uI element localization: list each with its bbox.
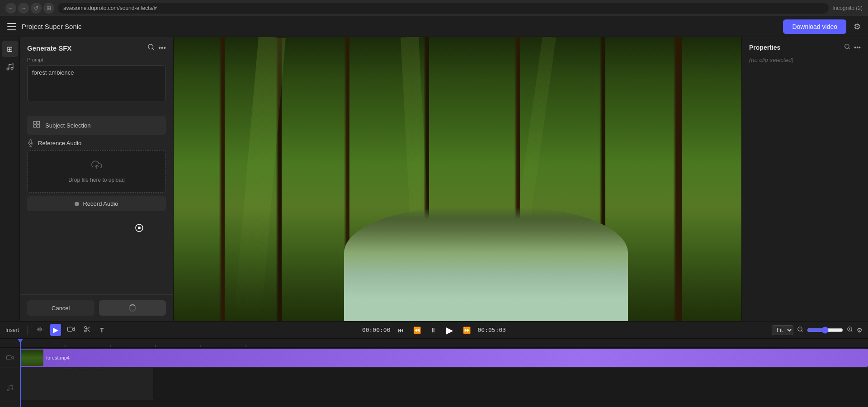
url-bar[interactable]: awesome.duproto.com/sound-effects/# [58,3,829,14]
properties-search-btn[interactable] [844,43,850,51]
frame-fwd-btn[interactable]: ⏩ [461,325,472,336]
sfx-more-button[interactable]: ••• [158,44,166,52]
svg-line-24 [88,330,90,331]
record-audio-label: Record Audio [83,200,118,207]
svg-rect-4 [33,121,36,124]
audio-track-body [20,368,868,407]
svg-line-3 [152,48,154,50]
text-btn[interactable]: T [97,325,107,336]
clip-name: forest.mp4 [44,355,70,360]
sidebar-layers-btn[interactable]: ⊞ [2,41,18,57]
sfx-panel-header: Generate SFX ••• [20,37,173,57]
properties-more-btn[interactable]: ••• [854,43,861,51]
svg-point-22 [85,330,86,332]
waveform-btn[interactable] [34,324,47,336]
audio-track-header [0,368,20,407]
reference-audio-label: Reference Audio [38,140,81,147]
timeline-settings-btn[interactable]: ⚙ [857,327,863,334]
browser-actions: Incognito (2) [832,5,863,11]
app-title: Project Super Sonic [22,23,82,30]
end-time: 00:05:03 [478,327,506,333]
drop-zone[interactable]: Drop file here to upload [27,150,166,193]
ruler-ticks [20,339,868,348]
svg-rect-39 [6,355,11,360]
play-btn[interactable]: ▶ [443,324,456,336]
svg-line-25 [86,328,87,329]
pause-btn[interactable]: ⏸ [428,325,438,336]
no-clip-selected: (no clip selected) [749,57,793,63]
sfx-panel-title: Generate SFX [27,44,71,52]
properties-panel: Properties ••• (no clip selected) [741,37,868,321]
frame-back-btn[interactable]: ⏪ [411,325,423,336]
zoom-in-btn[interactable] [847,326,853,334]
prompt-label: Prompt [27,57,166,62]
playhead-handle [18,339,23,343]
record-audio-button[interactable]: Record Audio [27,196,166,211]
timeline-tracks: forest.mp4 [0,339,868,407]
main-layout: ⊞ Generate SFX ••• Prompt fore [0,37,868,321]
reload-btn[interactable]: ↺ [31,3,42,14]
download-video-button[interactable]: Download video [783,19,846,34]
sfx-panel-footer: Cancel [20,294,173,321]
svg-rect-5 [37,121,40,124]
settings-button[interactable]: ⚙ [854,22,861,32]
svg-rect-6 [33,125,36,128]
timeline-toolbar-left: Insert ▶ [5,324,362,336]
reference-audio-header: Reference Audio [27,139,166,147]
svg-line-12 [849,48,850,49]
subject-selection-row[interactable]: Subject Selection [27,116,166,135]
subject-selection-label: Subject Selection [45,122,90,129]
forward-btn[interactable]: → [18,3,29,14]
svg-line-30 [851,331,853,332]
video-preview-area [174,37,741,321]
audio-track [0,368,868,407]
scissors-btn[interactable] [81,324,94,336]
sfx-header-actions: ••• [147,43,166,52]
spinner-icon [129,304,136,312]
nav-buttons: ← → ↺ ⊞ [5,3,54,14]
svg-point-0 [7,68,9,70]
audio-track-icon [6,384,14,392]
timeline-toolbar: Insert ▶ [0,322,868,339]
clip-thumbnail-inner [21,350,43,366]
play-toolbar-btn[interactable]: ▶ [50,324,61,336]
playhead [20,339,21,407]
microphone-icon [27,139,34,147]
app-bar: Project Super Sonic Download video ⚙ [0,16,868,37]
back-btn[interactable]: ← [5,3,16,14]
video-track-body: forest.mp4 [20,348,868,367]
skip-back-btn[interactable]: ⏮ [396,325,406,336]
browser-user: Incognito (2) [832,5,863,11]
browser-bar: ← → ↺ ⊞ awesome.duproto.com/sound-effect… [0,0,868,16]
light-ray-2 [401,37,434,321]
menu-button[interactable] [7,23,16,30]
svg-point-1 [11,67,13,70]
record-dot-icon [75,202,79,206]
subject-selection-icon [33,120,41,130]
app-bar-left: Project Super Sonic [7,23,82,30]
svg-line-27 [802,331,803,332]
properties-title: Properties ••• [749,43,861,51]
sidebar-audio-btn[interactable] [2,59,18,75]
toolbar-divider-1 [27,326,28,335]
zoom-out-btn[interactable] [797,326,803,334]
icon-sidebar: ⊞ [0,37,20,321]
svg-point-41 [11,388,13,390]
prompt-input[interactable]: forest ambience [27,65,166,101]
clip-thumbnail [21,350,43,366]
timeline-ruler [0,339,868,348]
video-track: forest.mp4 [0,348,868,368]
svg-rect-7 [37,125,40,128]
section-divider [27,110,166,110]
drop-zone-text: Drop file here to upload [68,177,125,183]
home-btn[interactable]: ⊞ [43,3,54,14]
video-clip[interactable]: forest.mp4 [20,349,868,367]
current-time: 00:00:00 [362,327,391,333]
upload-icon [91,160,102,173]
cancel-button[interactable]: Cancel [27,300,94,316]
sfx-search-button[interactable] [147,43,155,52]
capture-btn[interactable] [65,324,77,336]
generate-button[interactable] [99,300,166,316]
fit-select[interactable]: Fit [772,325,793,335]
zoom-slider[interactable] [807,327,843,334]
